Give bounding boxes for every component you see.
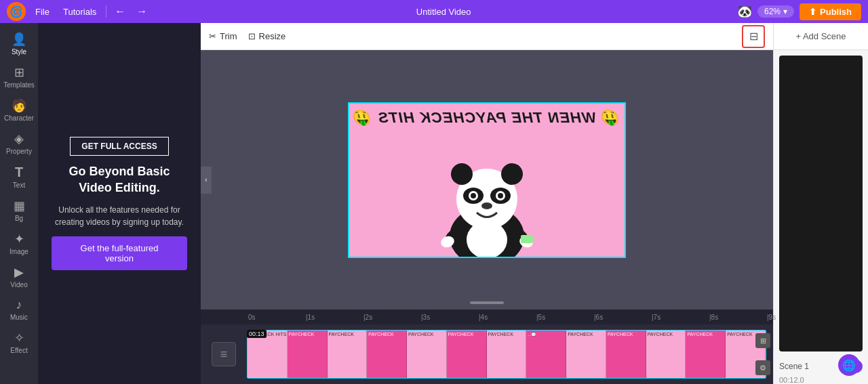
frame-3: PAYCHECK bbox=[328, 330, 368, 378]
zoom-value: 62% bbox=[764, 7, 781, 16]
divider1 bbox=[106, 5, 106, 18]
settings-icon[interactable]: ⚙ bbox=[755, 360, 770, 375]
sidebar-item-style[interactable]: 👤 Style bbox=[0, 28, 38, 59]
undo-button[interactable]: ← bbox=[112, 4, 128, 19]
time-1s: |1s bbox=[306, 314, 315, 321]
style-icon: 👤 bbox=[12, 32, 26, 47]
menu-file[interactable]: File bbox=[31, 5, 54, 18]
canvas-area: ‹ 🤑 WHEN THE PAYCHECK HITS 🤑 bbox=[201, 50, 773, 310]
zoom-chevron: ▾ bbox=[783, 7, 787, 16]
publish-icon: ⬆ bbox=[809, 7, 816, 17]
scene-panel: + Add Scene Scene 1 + 00:12.0 bbox=[773, 23, 868, 384]
promo-panel: GET FULL ACCESS Go Beyond Basic Video Ed… bbox=[38, 23, 201, 384]
frame-10: PAYCHECK bbox=[606, 330, 646, 378]
scroll-indicator bbox=[470, 301, 504, 304]
scene-1-time: 00:12.0 bbox=[774, 376, 868, 384]
time-3s: |3s bbox=[421, 314, 430, 321]
video-canvas: 🤑 WHEN THE PAYCHECK HITS 🤑 bbox=[348, 102, 626, 258]
sidebar-label-text: Text bbox=[13, 182, 25, 189]
track-label: ≡ bbox=[203, 342, 244, 366]
scene-1-label: Scene 1 bbox=[779, 362, 809, 371]
sidebar-label-style: Style bbox=[12, 48, 26, 56]
expand-icon[interactable]: ⊞ bbox=[755, 333, 770, 348]
character-icon: 🧑 bbox=[12, 98, 26, 113]
sidebar-item-image[interactable]: ✦ Image bbox=[0, 228, 38, 259]
get-full-access-button[interactable]: GET FULL ACCESS bbox=[70, 137, 168, 156]
resize-label: Resize bbox=[259, 31, 286, 41]
text-icon: T bbox=[15, 165, 23, 180]
time-7s: |7s bbox=[652, 314, 660, 321]
frame-9: PAYCHECK bbox=[566, 330, 606, 378]
panel-toggle-icon: ⊟ bbox=[749, 30, 758, 43]
time-2s: |2s bbox=[363, 314, 372, 321]
sidebar-item-bg[interactable]: ▦ Bg bbox=[0, 195, 38, 226]
property-icon: ◈ bbox=[14, 131, 24, 146]
menu-tutorials[interactable]: Tutorials bbox=[59, 5, 100, 18]
frame-11: PAYCHECK bbox=[646, 330, 686, 378]
add-scene-button[interactable]: + Add Scene bbox=[774, 23, 868, 50]
strip-timestamp: 00:13 bbox=[247, 330, 267, 338]
sidebar-item-character[interactable]: 🧑 Character bbox=[0, 95, 38, 125]
publish-button[interactable]: ⬆ Publish bbox=[800, 3, 861, 20]
image-icon: ✦ bbox=[14, 232, 24, 247]
sidebar: 👤 Style ⊞ Templates 🧑 Character ◈ Proper… bbox=[0, 23, 38, 384]
svg-rect-16 bbox=[521, 235, 533, 243]
resize-button[interactable]: ⊡ Resize bbox=[248, 31, 286, 41]
promo-title: Go Beyond Basic Video Editing. bbox=[52, 164, 187, 196]
effect-icon: ✧ bbox=[14, 330, 24, 345]
sidebar-item-video[interactable]: ▶ Video bbox=[0, 261, 38, 292]
templates-icon: ⊞ bbox=[14, 65, 24, 80]
frame-2: PAYCHECK bbox=[288, 330, 328, 378]
frame-7: PAYCHECK bbox=[487, 330, 527, 378]
time-9s: |9s bbox=[767, 314, 776, 321]
content-area: ✂ Trim ⊡ Resize ⊟ ‹ 🤑 WHEN THE PAYCHECK … bbox=[201, 23, 773, 384]
sidebar-item-music[interactable]: ♪ Music bbox=[0, 295, 38, 324]
frame-5: PAYCHECK bbox=[407, 330, 447, 378]
collapse-button[interactable]: ‹ bbox=[201, 167, 212, 194]
resize-icon: ⊡ bbox=[248, 31, 256, 41]
emoji-picker[interactable]: 🐼 bbox=[737, 4, 752, 19]
sidebar-label-effect: Effect bbox=[10, 347, 27, 354]
sidebar-item-templates[interactable]: ⊞ Templates bbox=[0, 62, 38, 92]
app-logo[interactable]: 🌀 bbox=[7, 2, 26, 21]
main-layout: 👤 Style ⊞ Templates 🧑 Character ◈ Proper… bbox=[0, 23, 868, 384]
svg-point-7 bbox=[471, 193, 476, 198]
ai-globe-button[interactable]: 🌐 bbox=[838, 354, 860, 376]
svg-point-9 bbox=[481, 202, 492, 209]
sidebar-label-image: Image bbox=[9, 248, 28, 255]
sidebar-label-video: Video bbox=[10, 281, 27, 289]
redo-button[interactable]: → bbox=[134, 4, 150, 19]
edit-toolbar: ✂ Trim ⊡ Resize ⊟ bbox=[201, 23, 773, 50]
zoom-badge[interactable]: 62% ▾ bbox=[757, 5, 794, 18]
trim-icon: ✂ bbox=[209, 31, 216, 41]
timeline: 0s |1s |2s |3s |4s |5s |6s |7s |8s |9s |… bbox=[201, 310, 773, 384]
sidebar-item-property[interactable]: ◈ Property bbox=[0, 128, 38, 158]
timeline-track: ≡ 00:13 PAYCHECK HITS PAYCHECK PAYCHECK bbox=[201, 327, 773, 381]
canvas-title: 🤑 WHEN THE PAYCHECK HITS 🤑 bbox=[349, 109, 625, 127]
title-text: WHEN THE PAYCHECK HITS bbox=[378, 109, 596, 127]
topbar: 🌀 File Tutorials ← → Untitled Video 🐼 62… bbox=[0, 0, 868, 23]
panda-svg bbox=[419, 135, 555, 257]
time-4s: |4s bbox=[479, 314, 488, 321]
track-icon: ≡ bbox=[212, 342, 236, 366]
sidebar-label-property: Property bbox=[6, 148, 32, 155]
time-5s: |5s bbox=[536, 314, 545, 321]
publish-label: Publish bbox=[820, 7, 852, 17]
scene-1-thumbnail[interactable] bbox=[779, 56, 863, 351]
scene-panel-toggle[interactable]: ⊟ bbox=[742, 25, 765, 48]
time-8s: |8s bbox=[709, 314, 718, 321]
bg-icon: ▦ bbox=[14, 198, 25, 213]
trim-button[interactable]: ✂ Trim bbox=[209, 31, 237, 41]
svg-point-8 bbox=[498, 193, 503, 198]
video-title[interactable]: Untitled Video bbox=[155, 7, 732, 17]
sidebar-item-effect[interactable]: ✧ Effect bbox=[0, 327, 38, 358]
timeline-right-icons: ⊞ ⚙ bbox=[755, 327, 770, 381]
video-strip[interactable]: PAYCHECK HITS PAYCHECK PAYCHECK PAYCHECK bbox=[247, 330, 766, 379]
sidebar-item-text[interactable]: T Text bbox=[0, 161, 38, 192]
emoji-left: 🤑 bbox=[601, 109, 620, 127]
video-icon: ▶ bbox=[14, 265, 24, 280]
trim-label: Trim bbox=[220, 31, 237, 41]
sidebar-label-templates: Templates bbox=[3, 81, 35, 89]
sidebar-label-bg: Bg bbox=[15, 215, 23, 222]
upgrade-button[interactable]: Get the full-featured version bbox=[52, 236, 187, 270]
